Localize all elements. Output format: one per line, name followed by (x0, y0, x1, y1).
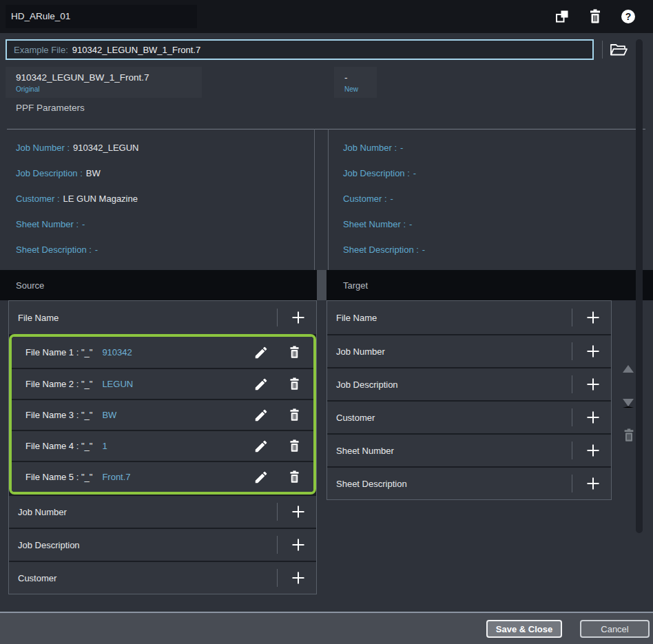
trash-icon (288, 439, 301, 453)
edit-segment-button[interactable] (251, 437, 271, 456)
target-row-sheet-description: Sheet Description (327, 466, 611, 499)
example-file-value: 910342_LEGUN_BW_1_Front.7 (72, 45, 200, 55)
add-target-sheet-number-button[interactable] (582, 439, 604, 461)
param-row: Job Number :910342_LEGUN (16, 135, 312, 160)
plus-icon (585, 475, 601, 492)
trash-icon (288, 470, 301, 484)
ppf-new-params: Job Number :- Job Description :- Custome… (343, 135, 639, 262)
vertical-scrollbar-thumb[interactable] (636, 39, 643, 533)
param-row: Sheet Number :- (343, 211, 639, 237)
svg-text:?: ? (625, 11, 632, 22)
plus-icon (585, 309, 601, 326)
original-file-value: 910342_LEGUN_BW_1_Front.7 (16, 72, 202, 83)
source-header: Source (0, 270, 317, 300)
param-row: Customer :- (343, 186, 639, 211)
pencil-icon (253, 470, 269, 485)
source-row-job-number: Job Number (9, 495, 316, 528)
edit-segment-button[interactable] (251, 468, 271, 487)
original-label: Original (16, 85, 202, 93)
param-row: Job Description :BW (16, 160, 312, 186)
param-row: Sheet Number :- (16, 211, 312, 237)
plus-icon (290, 537, 307, 553)
add-target-sheet-description-button[interactable] (582, 472, 604, 495)
source-row-customer: Customer (9, 561, 316, 594)
delete-segment-button[interactable] (284, 375, 304, 394)
add-target-job-number-button[interactable] (582, 340, 604, 362)
source-segment-row[interactable]: File Name 5 : "_" Front.7 (12, 461, 313, 492)
duplicate-rule-button[interactable] (553, 8, 571, 25)
add-source-customer-button[interactable] (287, 567, 309, 589)
edit-segment-button[interactable] (251, 406, 271, 425)
param-row: Customer :LE GUN Magazine (16, 186, 312, 211)
source-segment-row[interactable]: File Name 1 : "_" 910342 (12, 337, 313, 368)
plus-icon (585, 376, 601, 393)
move-up-button[interactable] (623, 365, 634, 373)
delete-segment-button[interactable] (284, 437, 304, 456)
example-file-prefix: Example File: (14, 45, 68, 55)
pencil-icon (253, 377, 269, 392)
delete-segment-button[interactable] (284, 406, 304, 425)
pencil-icon (253, 345, 269, 360)
rule-editor-window: HD_ARule_01 (0, 0, 653, 644)
new-label: New (344, 85, 377, 93)
plus-icon (585, 343, 601, 360)
param-row: Sheet Description :- (343, 237, 639, 262)
add-source-file-name-button[interactable] (287, 307, 309, 329)
selected-segment-group: File Name 1 : "_" 910342 File Name 2 : "… (9, 334, 316, 495)
trash-icon (288, 377, 301, 391)
pencil-icon (253, 408, 269, 423)
delete-segment-button[interactable] (284, 343, 304, 362)
titlebar: HD_ARule_01 (0, 0, 653, 33)
plus-icon (585, 442, 601, 459)
trash-icon (622, 428, 636, 443)
param-row: Sheet Description :- (16, 237, 312, 262)
cancel-button[interactable]: Cancel (580, 620, 650, 638)
ppf-original-params: Job Number :910342_LEGUN Job Description… (16, 135, 312, 262)
section-divider (7, 129, 645, 129)
add-source-job-number-button[interactable] (287, 501, 309, 523)
delete-segment-button[interactable] (284, 468, 304, 487)
add-target-file-name-button[interactable] (582, 307, 604, 329)
plus-icon (290, 309, 307, 326)
new-file-block: - New (334, 67, 377, 98)
add-target-customer-button[interactable] (582, 406, 604, 428)
trash-icon (288, 345, 301, 360)
source-row-file-name: File Name (9, 301, 316, 334)
source-segment-row[interactable]: File Name 4 : "_" 1 (12, 430, 313, 461)
source-row-job-description: Job Description (9, 528, 316, 561)
param-row: Job Description :- (343, 160, 639, 186)
example-file-input[interactable]: Example File: 910342_LEGUN_BW_1_Front.7 (6, 39, 594, 60)
new-file-value: - (344, 72, 377, 83)
target-row-customer: Customer (327, 400, 611, 433)
browse-file-button[interactable] (608, 40, 630, 59)
copy-icon (554, 8, 570, 25)
input-divider (602, 41, 603, 59)
target-row-job-description: Job Description (327, 367, 611, 400)
source-list: File Name File Name 1 : "_" 910342 File … (8, 300, 317, 594)
save-and-close-button[interactable]: Save & Close (486, 620, 562, 638)
help-button[interactable]: ? (619, 8, 637, 25)
original-file-block: 910342_LEGUN_BW_1_Front.7 Original (6, 67, 202, 98)
plus-icon (290, 503, 307, 520)
target-row-job-number: Job Number (327, 334, 611, 367)
source-segment-row[interactable]: File Name 3 : "_" BW (12, 399, 313, 430)
add-target-job-description-button[interactable] (582, 373, 604, 395)
plus-icon (585, 409, 601, 426)
target-row-sheet-number: Sheet Number (327, 433, 611, 466)
delete-rule-button[interactable] (586, 8, 604, 25)
target-row-file-name: File Name (327, 301, 611, 334)
param-row: Job Number :- (343, 135, 639, 160)
window-title: HD_ARule_01 (11, 0, 70, 33)
move-down-button[interactable] (623, 399, 634, 408)
ppf-parameters-heading: PPF Parameters (16, 103, 85, 113)
add-source-job-description-button[interactable] (287, 534, 309, 556)
edit-segment-button[interactable] (251, 375, 271, 394)
remove-mapping-button[interactable] (621, 427, 636, 444)
column-divider-left (314, 129, 315, 270)
column-divider-right (328, 129, 329, 270)
band-gap (317, 270, 326, 300)
target-header: Target (326, 270, 653, 300)
pencil-icon (253, 439, 269, 454)
edit-segment-button[interactable] (251, 343, 271, 362)
source-segment-row[interactable]: File Name 2 : "_" LEGUN (12, 368, 313, 399)
